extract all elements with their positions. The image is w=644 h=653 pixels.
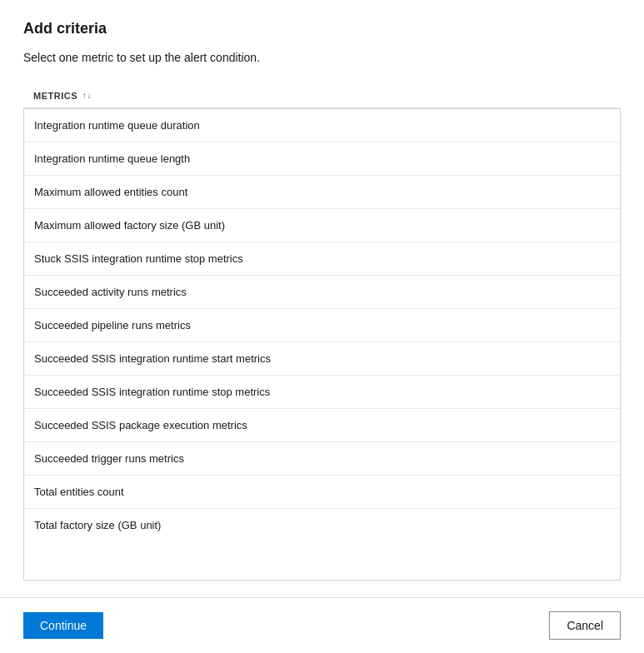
metrics-wrapper: Integration runtime queue durationIntegr… bbox=[23, 108, 621, 581]
metric-item[interactable]: Succeeded SSIS integration runtime start… bbox=[24, 342, 620, 376]
metric-item[interactable]: Integration runtime queue duration bbox=[24, 109, 620, 142]
metric-item[interactable]: Total entities count bbox=[24, 476, 620, 509]
metric-item[interactable]: Integration runtime queue length bbox=[24, 142, 620, 176]
add-criteria-dialog: Add criteria Select one metric to set up… bbox=[0, 0, 644, 653]
dialog-content: Add criteria Select one metric to set up… bbox=[0, 0, 644, 597]
metric-item[interactable]: Succeeded activity runs metrics bbox=[24, 276, 620, 309]
metrics-header-label: METRICS bbox=[33, 91, 77, 101]
metric-item[interactable]: Succeeded SSIS integration runtime stop … bbox=[24, 376, 620, 409]
continue-button[interactable]: Continue bbox=[23, 612, 103, 639]
metrics-list[interactable]: Integration runtime queue durationIntegr… bbox=[24, 109, 620, 580]
metric-item[interactable]: Succeeded pipeline runs metrics bbox=[24, 309, 620, 342]
metric-item[interactable]: Maximum allowed factory size (GB unit) bbox=[24, 209, 620, 242]
dialog-title: Add criteria bbox=[23, 20, 621, 37]
dialog-subtitle: Select one metric to set up the alert co… bbox=[23, 51, 621, 64]
dialog-footer: Continue Cancel bbox=[0, 597, 644, 653]
metric-item[interactable]: Maximum allowed entities count bbox=[24, 176, 620, 209]
metric-item[interactable]: Succeeded SSIS package execution metrics bbox=[24, 409, 620, 442]
metric-item[interactable]: Stuck SSIS integration runtime stop metr… bbox=[24, 242, 620, 276]
metrics-header: METRICS ↑↓ bbox=[23, 84, 621, 108]
sort-icon[interactable]: ↑↓ bbox=[82, 92, 92, 100]
metrics-section: METRICS ↑↓ Integration runtime queue dur… bbox=[23, 84, 621, 581]
cancel-button[interactable]: Cancel bbox=[549, 611, 621, 640]
metric-item[interactable]: Succeeded trigger runs metrics bbox=[24, 442, 620, 476]
metric-item[interactable]: Total factory size (GB unit) bbox=[24, 509, 620, 541]
